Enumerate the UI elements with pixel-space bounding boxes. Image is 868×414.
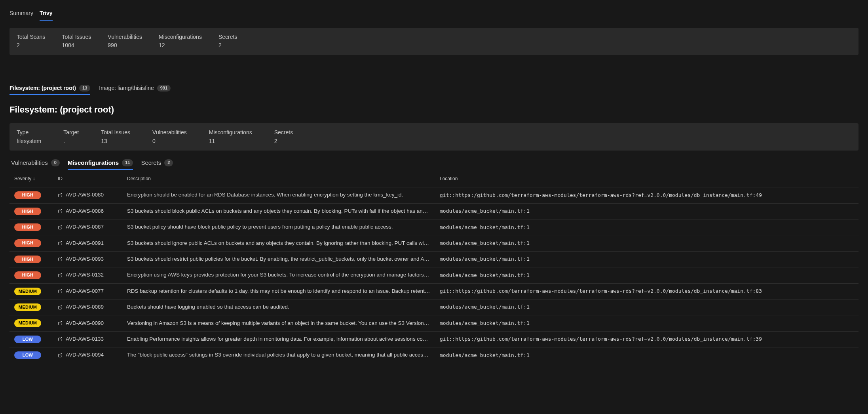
rule-id: AVD-AWS-0086 [66, 208, 104, 215]
stat-block: Typefilesystem [17, 129, 41, 145]
description-cell: Encryption using AWS keys provides prote… [122, 267, 435, 283]
section-title: Filesystem: (project root) [9, 104, 859, 116]
description-cell: S3 bucket policy should have block publi… [122, 219, 435, 235]
stat-value: filesystem [17, 137, 41, 145]
external-link-icon[interactable] [58, 321, 63, 326]
stat-label: Secrets [274, 129, 293, 137]
id-cell: AVD-AWS-0090 [58, 320, 118, 327]
location-cell: git::https:/github.com/terraform-aws-mod… [435, 283, 859, 299]
svg-line-7 [60, 305, 62, 308]
location-cell: modules/acme_bucket/main.tf:1 [435, 299, 859, 315]
severity-badge: HIGH [14, 191, 41, 199]
external-link-icon[interactable] [58, 225, 63, 230]
external-link-icon[interactable] [58, 289, 63, 294]
rule-id: AVD-AWS-0077 [66, 288, 104, 295]
stat-block: Misconfigurations12 [159, 33, 202, 50]
table-row[interactable]: LOW AVD-AWS-0094 The "block public acces… [9, 347, 859, 363]
sub-tab-label: Vulnerabilities [11, 158, 48, 167]
external-link-icon[interactable] [58, 241, 63, 246]
rule-id: AVD-AWS-0132 [66, 271, 104, 279]
rule-id: AVD-AWS-0089 [66, 303, 104, 311]
rule-id: AVD-AWS-0087 [66, 223, 104, 231]
source-tab[interactable]: Filesystem: (project root)13 [9, 82, 90, 95]
stat-block: Target. [63, 129, 79, 145]
stat-label: Vulnerabilities [152, 129, 187, 137]
table-row[interactable]: MEDIUM AVD-AWS-0077 RDS backup retention… [9, 283, 859, 299]
stat-value: 990 [108, 42, 142, 50]
table-row[interactable]: HIGH AVD-AWS-0080 Encryption should be e… [9, 187, 859, 203]
location-cell: modules/acme_bucket/main.tf:1 [435, 315, 859, 331]
table-row[interactable]: HIGH AVD-AWS-0132 Encryption using AWS k… [9, 267, 859, 283]
sub-tab-label: Secrets [141, 158, 161, 167]
id-cell: AVD-AWS-0087 [58, 223, 118, 231]
stat-label: Misconfigurations [159, 33, 202, 41]
description-cell: Versioning in Amazon S3 is a means of ke… [122, 315, 435, 331]
stat-value: 11 [209, 137, 252, 145]
stat-label: Type [17, 129, 41, 137]
description-cell: S3 buckets should restrict public polici… [122, 251, 435, 267]
external-link-icon[interactable] [58, 257, 63, 261]
location-cell: modules/acme_bucket/main.tf:1 [435, 235, 859, 251]
severity-badge: LOW [14, 336, 41, 343]
external-link-icon[interactable] [58, 305, 63, 310]
col-description[interactable]: Description [122, 171, 435, 187]
sub-tab[interactable]: Vulnerabilities0 [11, 156, 60, 170]
id-cell: AVD-AWS-0093 [58, 256, 118, 263]
table-row[interactable]: HIGH AVD-AWS-0093 S3 buckets should rest… [9, 251, 859, 267]
location-cell: modules/acme_bucket/main.tf:1 [435, 219, 859, 235]
table-row[interactable]: LOW AVD-AWS-0133 Enabling Performance in… [9, 331, 859, 347]
location-cell: git::https:/github.com/terraform-aws-mod… [435, 187, 859, 203]
location-cell: modules/acme_bucket/main.tf:1 [435, 203, 859, 219]
description-cell: The "block public access" settings in S3… [122, 347, 435, 363]
rule-id: AVD-AWS-0091 [66, 240, 104, 247]
description-cell: S3 buckets should block public ACLs on b… [122, 203, 435, 219]
col-id[interactable]: ID [53, 171, 122, 187]
external-link-icon[interactable] [58, 193, 63, 198]
source-tab[interactable]: Image: liamg/thisisfine991 [99, 82, 171, 95]
external-link-icon[interactable] [58, 353, 63, 358]
id-cell: AVD-AWS-0080 [58, 191, 118, 199]
id-cell: AVD-AWS-0132 [58, 271, 118, 279]
count-pill: 991 [157, 85, 171, 92]
sub-tab[interactable]: Secrets2 [141, 156, 173, 170]
description-cell: Encryption should be enabled for an RDS … [122, 187, 435, 203]
source-tabs: Filesystem: (project root)13Image: liamg… [9, 82, 859, 95]
table-row[interactable]: MEDIUM AVD-AWS-0090 Versioning in Amazon… [9, 315, 859, 331]
count-pill: 2 [164, 159, 173, 166]
count-pill: 11 [122, 159, 133, 166]
description-cell: RDS backup retention for clusters defaul… [122, 283, 435, 299]
sub-tab[interactable]: Misconfigurations11 [68, 156, 133, 170]
id-cell: AVD-AWS-0089 [58, 303, 118, 311]
description-cell: Enabling Performance insights allows for… [122, 331, 435, 347]
stat-value: 2 [218, 42, 237, 50]
sub-tab-label: Misconfigurations [68, 158, 119, 167]
severity-badge: HIGH [14, 271, 41, 279]
stat-value: 1004 [62, 42, 91, 50]
rule-id: AVD-AWS-0080 [66, 191, 104, 199]
stat-label: Misconfigurations [209, 129, 252, 137]
table-row[interactable]: HIGH AVD-AWS-0091 S3 buckets should igno… [9, 235, 859, 251]
id-cell: AVD-AWS-0094 [58, 351, 118, 359]
external-link-icon[interactable] [58, 273, 63, 278]
table-row[interactable]: MEDIUM AVD-AWS-0089 Buckets should have … [9, 299, 859, 315]
severity-badge: HIGH [14, 239, 41, 247]
tab-trivy[interactable]: Trivy [40, 7, 53, 21]
table-row[interactable]: HIGH AVD-AWS-0087 S3 bucket policy shoul… [9, 219, 859, 235]
stat-label: Secrets [218, 33, 237, 41]
id-cell: AVD-AWS-0077 [58, 288, 118, 295]
col-location[interactable]: Location [435, 171, 859, 187]
stat-block: Total Issues13 [101, 129, 130, 145]
svg-line-4 [60, 258, 62, 260]
top-tabs: Summary Trivy [9, 7, 859, 21]
svg-line-5 [60, 273, 62, 276]
table-row[interactable]: HIGH AVD-AWS-0086 S3 buckets should bloc… [9, 203, 859, 219]
summary-stats-card: Total Scans2Total Issues1004Vulnerabilit… [9, 28, 859, 55]
external-link-icon[interactable] [58, 209, 63, 214]
col-severity[interactable]: Severity [9, 171, 53, 187]
external-link-icon[interactable] [58, 337, 63, 342]
description-cell: Buckets should have logging enabled so t… [122, 299, 435, 315]
svg-line-3 [60, 242, 62, 244]
stat-label: Vulnerabilities [108, 33, 142, 41]
svg-line-2 [60, 225, 62, 228]
tab-summary[interactable]: Summary [9, 7, 33, 21]
